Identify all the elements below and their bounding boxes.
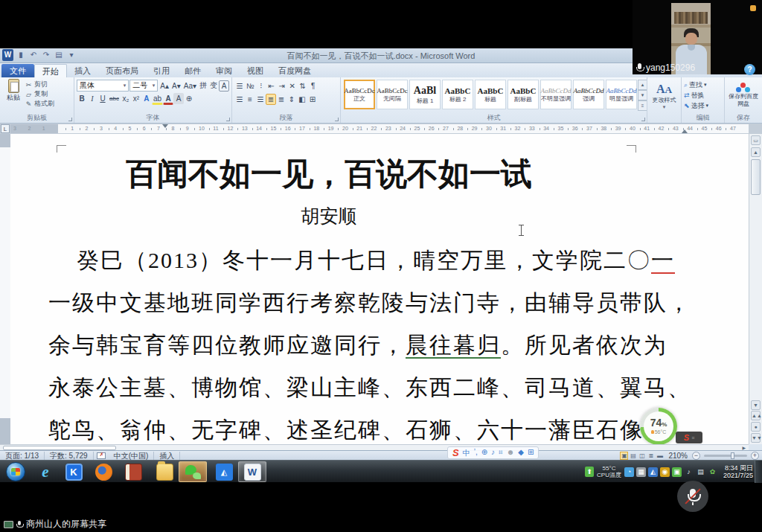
shading-icon[interactable]: ◧ [297, 94, 307, 105]
taskbar-app-file-explorer[interactable] [150, 461, 179, 482]
find-button[interactable]: ⌕查找▾ [684, 80, 722, 90]
enclose-char-icon[interactable]: ⊕ [184, 93, 194, 104]
mute-microphone-button[interactable] [677, 481, 708, 512]
screenshot-tray-icon[interactable]: ▣ [672, 467, 682, 477]
char-border-icon[interactable]: A [219, 80, 229, 92]
scroll-right-arrow[interactable]: ▶ [742, 445, 746, 450]
taskbar-clock[interactable]: 8:34 周日2021/7/25 [723, 464, 753, 479]
style-item-标题[interactable]: AaBbC标题 [475, 80, 506, 109]
language-indicator[interactable]: 中文(中国) [109, 452, 155, 460]
proofing-icon[interactable] [97, 452, 106, 459]
style-item-标题 1[interactable]: AaBl标题 1 [409, 80, 441, 109]
view-mode-button-1[interactable]: ▣ [620, 452, 628, 460]
style-item-正文[interactable]: AaBbCcDc正文 [344, 80, 375, 109]
bold-button[interactable]: B [77, 93, 87, 104]
char-scale-icon[interactable]: 变 [208, 80, 219, 92]
tab-4-引用[interactable]: 引用 [146, 64, 177, 77]
subscript-button[interactable]: x₂ [121, 93, 131, 104]
highlight-color-icon[interactable]: ab [152, 93, 163, 105]
security-tray-icon[interactable]: ◉ [660, 467, 670, 477]
show-marks-icon[interactable]: ¶ [308, 80, 318, 92]
text-effects-icon[interactable]: A [141, 93, 152, 104]
zoom-slider[interactable] [704, 455, 747, 457]
superscript-button[interactable]: x² [131, 93, 141, 104]
scroll-down-icon[interactable]: ▼ [638, 90, 647, 100]
view-mode-button-3[interactable]: ◫ [638, 452, 646, 460]
paste-button[interactable]: 粘贴 [2, 79, 25, 103]
browse-previous-icon[interactable]: ▲▲ [751, 411, 761, 420]
pinyin-guide-icon[interactable]: 拼 [198, 80, 208, 92]
qq-tray-icon[interactable]: ◔ [624, 467, 634, 477]
view-mode-button-4[interactable]: ≣ [647, 452, 655, 460]
sogou-logo-icon[interactable]: S [452, 447, 459, 458]
increase-indent-icon[interactable]: ⇥ [277, 80, 287, 92]
participant-video-tile[interactable]: yang150296 [633, 0, 762, 74]
font-size-combo[interactable]: 二号▾ [129, 80, 158, 92]
v-ruler[interactable] [0, 134, 10, 444]
distribute-icon[interactable]: ≣ [276, 94, 286, 105]
tab-7-视图[interactable]: 视图 [240, 64, 271, 77]
dialog-launcher-icon[interactable] [226, 118, 230, 121]
view-mode-button-5[interactable]: ▬ [656, 452, 664, 460]
symbol-icon[interactable]: ⊕ [481, 448, 487, 458]
style-item-不明显强调[interactable]: AaBbCcDd不明显强调 [540, 80, 572, 109]
horizontal-scrollbar[interactable]: ▶ [0, 444, 749, 450]
browse-object-icon[interactable]: ● [751, 422, 761, 432]
cn-en-toggle-icon[interactable]: 中 [463, 448, 470, 458]
tab-1-开始[interactable]: 开始 [34, 64, 67, 77]
tab-6-审阅[interactable]: 审阅 [208, 64, 240, 77]
show-desktop-button[interactable] [755, 461, 762, 483]
start-button[interactable] [6, 462, 25, 481]
numbering-icon[interactable]: № [245, 80, 256, 92]
taskbar-app-wechat[interactable] [179, 461, 207, 482]
h-ruler[interactable]: 1231234567891011121314151617181920212223… [10, 124, 749, 133]
taskbar-app-k-app[interactable]: K [60, 461, 88, 482]
grow-font-icon[interactable]: A▴ [159, 80, 170, 92]
strikethrough-button[interactable]: abc [108, 93, 121, 104]
tab-8-百度网盘[interactable]: 百度网盘 [271, 64, 318, 77]
styles-more-icon[interactable]: ≡ [638, 100, 647, 111]
taskbar-app-internet-explorer[interactable]: e [31, 461, 60, 482]
vertical-scrollbar[interactable]: ▭ ▲ ▼ ▲▲ ● ▼▼ [749, 134, 762, 444]
sogou-ime-bar[interactable]: S 中’,⊕♪⌗☻◆⊞ [447, 446, 539, 459]
scroll-up-arrow[interactable]: ▲ [751, 147, 761, 157]
taskbar-app-firefox[interactable] [89, 461, 118, 482]
punctuation-icon[interactable]: ’, [474, 448, 478, 458]
tab-2-插入[interactable]: 插入 [67, 64, 98, 77]
network-icon[interactable]: ▤ [696, 467, 705, 477]
soft-keyboard-icon[interactable]: ⌗ [499, 448, 503, 458]
style-item-标题 2[interactable]: AaBbC标题 2 [442, 80, 473, 109]
borders-icon[interactable]: ⊞ [307, 94, 318, 105]
account-icon[interactable]: ☻ [507, 448, 515, 458]
taskbar-app-word[interactable]: W [238, 461, 266, 482]
style-item-强调[interactable]: AaBbCcDd强调 [573, 80, 604, 109]
zoom-in-button[interactable]: + [751, 452, 759, 460]
style-item-无间隔[interactable]: AaBbCcDc无间隔 [377, 80, 408, 109]
skin-grid-icon[interactable]: ⊞ [528, 448, 534, 458]
align-right-icon[interactable]: ☰ [255, 94, 266, 105]
italic-button[interactable]: I [87, 93, 97, 104]
cpu-load-widget[interactable]: 74% 56°C [640, 408, 677, 444]
document-page[interactable]: 百闻不如一见，百说不如一试 胡安顺 癸巳（2013）冬十一月十七日，晴空万里，文… [10, 134, 749, 444]
asian-layout-icon[interactable]: ✕ [287, 80, 298, 92]
bullets-icon[interactable]: ☰ [234, 80, 245, 92]
change-case-icon[interactable]: Aa▾ [182, 80, 198, 92]
replace-button[interactable]: ⇄替换 [684, 90, 722, 100]
copy-button[interactable]: ▱复制 [25, 89, 54, 99]
font-color-icon[interactable]: A [163, 93, 173, 105]
align-center-icon[interactable]: ≡ [245, 94, 255, 105]
tab-3-页面布局[interactable]: 页面布局 [98, 64, 146, 77]
dialog-launcher-icon[interactable] [335, 118, 339, 121]
word-count[interactable]: 字数: 5,729 [45, 452, 94, 460]
scroll-thumb[interactable] [751, 159, 761, 195]
page-indicator[interactable]: 页面: 1/13 [0, 452, 45, 460]
taskbar-app-meeting[interactable]: ◭ [210, 461, 238, 482]
voice-input-icon[interactable]: ♪ [491, 448, 495, 458]
tab-file[interactable]: 文件 [1, 64, 34, 77]
help-bubble-button[interactable]: ? [744, 64, 755, 75]
cut-button[interactable]: ✂剪切 [25, 80, 54, 89]
justify-icon[interactable]: ≣ [266, 94, 276, 105]
toolbox-icon[interactable]: ◆ [518, 448, 524, 458]
char-shading-icon[interactable]: A [173, 93, 184, 104]
zoom-level[interactable]: 210% [668, 452, 688, 460]
